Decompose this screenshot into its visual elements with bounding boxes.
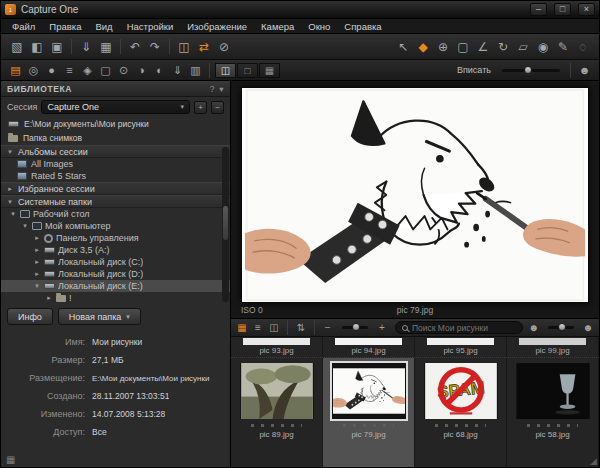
chevron-right-icon[interactable]: ▸ bbox=[6, 185, 14, 193]
library-scrollbar[interactable] bbox=[222, 147, 229, 302]
tree-item-desktop[interactable]: ▾ Рабочий стол bbox=[1, 208, 230, 220]
save-icon[interactable]: ▣ bbox=[47, 38, 67, 56]
minimize-button[interactable]: – bbox=[530, 3, 547, 16]
user-account-icon[interactable]: ☻ bbox=[576, 63, 593, 78]
session-path-row[interactable]: E:\Мои документы\Мои рисунки bbox=[1, 117, 230, 131]
open-icon[interactable]: ◧ bbox=[27, 38, 47, 56]
thumbnail-cell-pic89[interactable]: pic 89.jpg bbox=[231, 358, 323, 467]
chevron-down-icon[interactable]: ▾ bbox=[21, 222, 29, 230]
chevron-right-icon[interactable]: ▸ bbox=[33, 270, 41, 278]
info-button[interactable]: Инфо bbox=[7, 308, 53, 325]
menu-image[interactable]: Изображение bbox=[180, 20, 254, 33]
search-input[interactable] bbox=[412, 323, 516, 333]
album-all-images[interactable]: All Images bbox=[1, 158, 230, 170]
chevron-right-icon[interactable]: ▸ bbox=[33, 234, 41, 242]
thumbnail-cell-pic58[interactable]: pic 58.jpg bbox=[507, 358, 599, 467]
sort-icon[interactable]: ⇅ bbox=[294, 321, 308, 335]
thumbnail-size-slider[interactable] bbox=[342, 326, 368, 329]
rotate-tool-icon[interactable]: ↻ bbox=[493, 38, 513, 56]
chevron-down-icon[interactable]: ▾ bbox=[9, 210, 17, 218]
chevron-down-icon[interactable]: ▾ bbox=[33, 282, 41, 290]
rating-dots[interactable] bbox=[435, 424, 486, 427]
tree-item-disk-c[interactable]: ▸ Локальный диск (C:) bbox=[1, 256, 230, 268]
menu-view[interactable]: Вид bbox=[88, 20, 119, 33]
thumbnail-cell[interactable]: pic 99.jpg bbox=[507, 337, 599, 357]
menu-edit[interactable]: Правка bbox=[42, 20, 88, 33]
undo-icon[interactable]: ↶ bbox=[125, 38, 145, 56]
adjust-icon[interactable]: ◐ bbox=[151, 63, 168, 78]
session-remove-button[interactable]: − bbox=[211, 101, 224, 114]
overlay-tool-icon[interactable]: ▱ bbox=[513, 38, 533, 56]
viewer-zoom-slider[interactable] bbox=[502, 69, 560, 72]
zoom-out-icon[interactable]: − bbox=[321, 321, 335, 335]
maximize-button[interactable]: □ bbox=[554, 3, 571, 16]
user-filter-icon[interactable]: ☻ bbox=[527, 321, 541, 335]
import-icon[interactable]: ⇓ bbox=[76, 38, 96, 56]
draw-mask-tool-icon[interactable]: ✎ bbox=[553, 38, 573, 56]
tree-item-subfolder[interactable]: ▸ ! bbox=[1, 292, 230, 304]
view-multi-button[interactable]: ◫ bbox=[215, 63, 236, 78]
tree-item-my-computer[interactable]: ▾ Мой компьютер bbox=[1, 220, 230, 232]
system-folders-section-header[interactable]: ▾ Системные папки bbox=[1, 195, 230, 208]
rating-filter-slider-knob[interactable] bbox=[558, 323, 566, 331]
thumbnail-cell-pic79-selected[interactable]: pic 79.jpg bbox=[323, 358, 415, 467]
user-account-icon[interactable]: ☻ bbox=[581, 321, 595, 335]
thumbnail-cell-pic68[interactable]: SPAM pic 68.jpg bbox=[415, 358, 507, 467]
menu-window[interactable]: Окно bbox=[301, 20, 337, 33]
tree-item-disk-e[interactable]: ▾ Локальный диск (E:) bbox=[1, 280, 230, 292]
list-view-icon[interactable]: ≡ bbox=[251, 321, 265, 335]
tree-item-control-panel[interactable]: ▸ Панель управления bbox=[1, 232, 230, 244]
viewer-image[interactable] bbox=[241, 87, 589, 303]
album-rated-5-stars[interactable]: Rated 5 Stars bbox=[1, 170, 230, 182]
favorites-section-header[interactable]: ▸ Избранное сессии bbox=[1, 182, 230, 195]
grid-view-icon[interactable]: ▦ bbox=[235, 321, 249, 335]
output-icon[interactable]: ⇓ bbox=[169, 63, 186, 78]
camera-icon[interactable]: ◎ bbox=[25, 63, 42, 78]
capture-folder-row[interactable]: Папка снимков bbox=[1, 131, 230, 145]
thumbnail-size-slider-knob[interactable] bbox=[352, 323, 360, 331]
chevron-right-icon[interactable]: ▸ bbox=[45, 294, 53, 302]
rating-dots[interactable] bbox=[527, 424, 578, 427]
rating-dots[interactable] bbox=[251, 424, 302, 427]
collapse-panel-icon[interactable]: ▾ bbox=[219, 84, 224, 94]
chevron-right-icon[interactable]: ▸ bbox=[33, 258, 41, 266]
session-add-button[interactable]: + bbox=[194, 101, 207, 114]
capture-icon[interactable]: ● bbox=[43, 63, 60, 78]
help-icon[interactable]: ? bbox=[210, 84, 215, 94]
rating-filter-slider[interactable] bbox=[548, 326, 574, 329]
cursor-tool-icon[interactable]: ↖ bbox=[393, 38, 413, 56]
spot-tool-icon[interactable]: ◉ bbox=[533, 38, 553, 56]
view-grid-button[interactable]: ▦ bbox=[259, 63, 280, 78]
session-dropdown[interactable]: Capture One ▾ bbox=[41, 100, 190, 114]
zoom-tool-icon[interactable]: ⊕ bbox=[433, 38, 453, 56]
search-box[interactable] bbox=[395, 321, 523, 334]
crop-tool-icon[interactable]: ▢ bbox=[453, 38, 473, 56]
viewer-zoom-slider-knob[interactable] bbox=[524, 66, 532, 74]
crop-panel-icon[interactable]: ▢ bbox=[97, 63, 114, 78]
print-icon[interactable]: ▦ bbox=[96, 38, 116, 56]
straighten-tool-icon[interactable]: ∠ bbox=[473, 38, 493, 56]
reset-adjustments-icon[interactable]: ⊘ bbox=[214, 38, 234, 56]
library-scrollbar-thumb[interactable] bbox=[223, 206, 228, 240]
chevron-down-icon[interactable]: ▾ bbox=[6, 198, 14, 206]
menu-settings[interactable]: Настройки bbox=[120, 20, 181, 33]
panel-settings-icon[interactable]: ▦ bbox=[6, 454, 15, 465]
fit-zoom-label[interactable]: Вписать bbox=[457, 65, 491, 75]
thumbnail-cell[interactable]: pic 95.jpg bbox=[415, 337, 507, 357]
focus-icon[interactable]: ⊙ bbox=[115, 63, 132, 78]
chevron-down-icon[interactable]: ▾ bbox=[6, 148, 14, 156]
close-button[interactable]: × bbox=[578, 3, 595, 16]
menu-file[interactable]: Файл bbox=[5, 20, 42, 33]
thumbnail-cell[interactable]: pic 94.jpg bbox=[323, 337, 415, 357]
zoom-in-icon[interactable]: + bbox=[375, 321, 389, 335]
apply-adjustments-icon[interactable]: ⇄ bbox=[194, 38, 214, 56]
chevron-right-icon[interactable]: ▸ bbox=[33, 246, 41, 254]
exposure-icon[interactable]: ◑ bbox=[133, 63, 150, 78]
library-tab-icon[interactable]: ▤ bbox=[7, 63, 24, 78]
thumbnail-cell[interactable]: pic 93.jpg bbox=[231, 337, 323, 357]
compare-view-icon[interactable]: ◫ bbox=[267, 321, 281, 335]
albums-section-header[interactable]: ▾ Альбомы сессии bbox=[1, 145, 230, 158]
tree-item-floppy-a[interactable]: ▸ Диск 3,5 (A:) bbox=[1, 244, 230, 256]
erase-mask-tool-icon[interactable]: ◌ bbox=[573, 38, 593, 56]
styles-icon[interactable]: ◈ bbox=[79, 63, 96, 78]
